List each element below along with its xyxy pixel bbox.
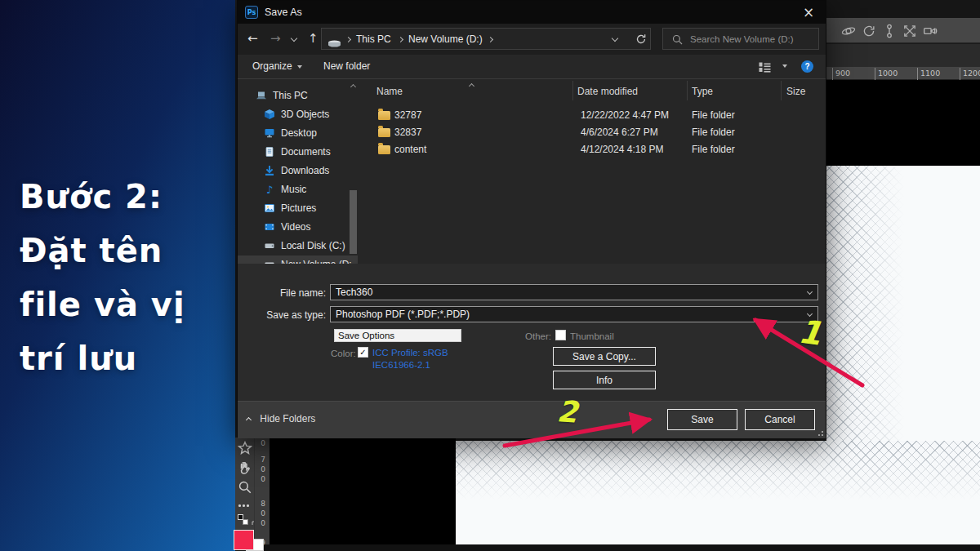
sidebar-item-local-disk-c[interactable]: Local Disk (C:) [264, 237, 383, 255]
search-input[interactable]: Search New Volume (D:) [690, 34, 794, 44]
column-header-name[interactable]: Name [376, 86, 403, 97]
screen: 900 1000 1100 1200 [0, 0, 980, 551]
sidebar-item-3d-objects[interactable]: 3D Objects [264, 105, 383, 123]
ruler-tick-label: 1100 [920, 69, 940, 78]
breadcrumb-new-volume[interactable]: New Volume (D:) [408, 33, 483, 45]
icc-profile-checkbox[interactable]: ✓ [358, 347, 368, 358]
3d-roll-icon[interactable] [862, 24, 876, 38]
back-button[interactable]: ← [247, 31, 258, 46]
folder-icon [378, 111, 390, 120]
column-header-type[interactable]: Type [692, 86, 713, 97]
video-icon [264, 221, 275, 233]
chevron-up-icon [246, 417, 252, 423]
ps-canvas-black-bottom [270, 438, 456, 544]
sidebar-item-pictures[interactable]: Pictures [264, 199, 383, 217]
resize-grip[interactable] [816, 429, 823, 436]
view-mode-icon[interactable] [759, 61, 771, 72]
save-as-type-label: Save as type: [238, 309, 326, 321]
save-as-dialog: Ps Save As × ← → ↑ This PC New Volume (D… [237, 0, 826, 438]
sidebar-item-videos[interactable]: Videos [264, 218, 383, 236]
drive-icon [327, 36, 341, 43]
column-header-date-modified[interactable]: Date modified [577, 86, 638, 97]
ruler-tick-label: 1000 [878, 69, 898, 78]
computer-icon [256, 90, 267, 101]
ruler-tick-label: 800 [259, 500, 267, 529]
3d-orbit-icon[interactable] [841, 24, 856, 38]
dialog-navbar: ← → ↑ This PC New Volume (D:) [238, 24, 826, 55]
file-name-label: File name: [238, 287, 326, 299]
more-tools-icon[interactable] [238, 504, 249, 507]
up-button[interactable]: ↑ [308, 31, 318, 46]
sidebar-item-music[interactable]: ♪ Music [264, 180, 383, 198]
address-dropdown-icon[interactable] [612, 35, 618, 42]
cube-icon [264, 109, 275, 120]
document-icon [264, 146, 275, 158]
refresh-icon[interactable] [635, 33, 647, 45]
zoom-tool-icon[interactable] [238, 480, 252, 495]
ruler-tick-label: 900 [835, 69, 850, 78]
sidebar-scrollbar[interactable] [350, 190, 357, 254]
dialog-fields: File name: Tech360 Save as type: Photosh… [238, 264, 826, 401]
foreground-color-swatch[interactable] [234, 530, 254, 550]
icc-profile-text: ICC Profile: sRGB [372, 348, 448, 358]
search-icon [672, 33, 683, 44]
step-banner-line: Bước 2: [20, 178, 163, 216]
ps-canvas-black-right [826, 80, 980, 166]
ps-mid-strip [826, 44, 980, 67]
close-icon[interactable]: × [796, 2, 821, 22]
save-a-copy-button[interactable]: Save a Copy... [553, 347, 656, 366]
monitor-icon [264, 127, 275, 139]
new-folder-button[interactable]: New folder [323, 60, 370, 72]
hide-folders-button[interactable]: Hide Folders [247, 413, 315, 424]
column-header-size[interactable]: Size [786, 86, 805, 97]
hand-tool-icon[interactable] [238, 460, 252, 475]
file-name-dropdown-icon[interactable] [807, 289, 813, 295]
music-icon: ♪ [264, 184, 275, 196]
ruler-tick-label: 700 [259, 455, 267, 485]
ps-bottom-edge [235, 544, 980, 551]
other-label: Other: [525, 331, 551, 341]
ps-ruler-top: 900 1000 1100 1200 [826, 67, 980, 80]
step-banner-line: Đặt tên [20, 232, 163, 269]
search-box[interactable]: Search New Volume (D:) [662, 28, 819, 50]
color-label: Color: [331, 349, 356, 358]
breadcrumb-this-pc[interactable]: This PC [356, 33, 391, 45]
sidebar-item-this-pc[interactable]: This PC [256, 87, 375, 104]
info-button[interactable]: Info [553, 371, 656, 389]
swatch-toggle-icon[interactable] [238, 514, 249, 526]
save-options-header: Save Options [334, 329, 461, 342]
address-bar[interactable]: This PC New Volume (D:) [321, 28, 651, 50]
sidebar-item-documents[interactable]: Documents [264, 143, 383, 161]
folder-icon [378, 145, 390, 154]
ps-top-strip [826, 0, 980, 18]
ruler-tick-label: 0 [259, 439, 267, 449]
view-mode-caret-icon[interactable] [782, 64, 787, 68]
save-as-type-select[interactable]: Photoshop PDF (*.PDF;*.PDP) [330, 306, 818, 322]
step-banner: Bước 2: Đặt tên file và vị trí lưu [0, 0, 235, 551]
sidebar-item-downloads[interactable]: Downloads [264, 162, 383, 180]
3d-pan-icon[interactable] [882, 24, 897, 38]
forward-button[interactable]: → [270, 31, 281, 46]
sidebar-item-desktop[interactable]: Desktop [264, 124, 383, 142]
help-icon[interactable]: ? [801, 60, 813, 73]
thumbnail-checkbox[interactable] [555, 330, 566, 340]
organize-caret-icon [297, 65, 302, 69]
folder-icon [378, 128, 390, 137]
recent-locations-icon[interactable] [291, 35, 297, 42]
file-name-input[interactable]: Tech360 [330, 284, 818, 300]
check-icon: ✓ [359, 349, 366, 357]
shape-tool-icon[interactable] [238, 441, 252, 455]
3d-slide-icon[interactable] [902, 24, 917, 38]
organize-button[interactable]: Organize [252, 60, 302, 72]
ps-document-bottom [456, 441, 980, 544]
ruler-tick-label: 1200 [963, 69, 980, 78]
save-as-type-dropdown-icon[interactable] [807, 311, 813, 317]
dialog-body: This PC 3D Objects Desktop Documents Dow… [238, 78, 826, 264]
ps-options-bar [826, 18, 980, 43]
cancel-button[interactable]: Cancel [745, 409, 815, 430]
save-button[interactable]: Save [667, 409, 737, 430]
dialog-titlebar: Ps Save As × [238, 1, 826, 24]
sort-ascending-icon [469, 83, 474, 89]
3d-camera-icon[interactable] [923, 24, 938, 38]
step-banner-line: trí lưu [20, 340, 137, 377]
